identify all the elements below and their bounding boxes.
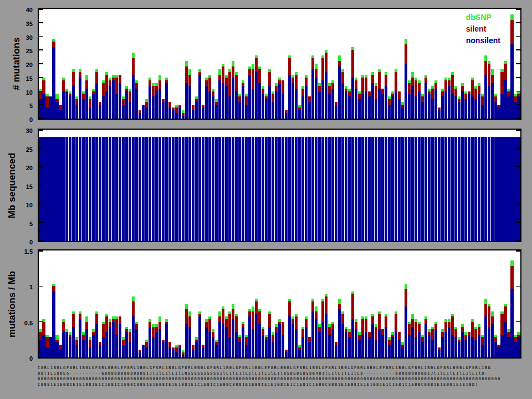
y-tick-label: 25	[26, 48, 33, 54]
y-tick-label: 0	[29, 355, 33, 362]
legend-item-silent: silent	[466, 23, 500, 35]
y-tick-label: 30	[26, 127, 33, 134]
x-axis-label-row: 0000000000000000000000000000000000000000…	[38, 376, 521, 382]
figure: # mutations 0510152025303540 dbSNP silen…	[0, 0, 532, 399]
x-axis-label-row: C8081E1E08IE1E1081E1C1E81C1E08C8081E1E08…	[38, 382, 521, 387]
y-tick-label: 0	[29, 116, 33, 123]
y-tick-label: 20	[26, 62, 33, 68]
y-axis-ticks-mb-sequenced: 051015202530	[0, 130, 35, 241]
bar-chart-mutation-rate	[39, 250, 520, 357]
legend-item-dbsnp: dbSNP	[466, 12, 500, 23]
y-tick-label: 5	[29, 221, 33, 227]
y-tick-label: 0	[29, 239, 33, 245]
y-tick-label: 10	[26, 202, 33, 208]
y-tick-label: 1.5	[24, 248, 33, 255]
y-tick-label: 5	[29, 103, 33, 109]
bar-chart-mutations	[39, 9, 520, 119]
x-axis-label-row: C8RL1B0LGF8RL1B0LGF8RL0B0LEF8RL1B0LGFSRL…	[38, 365, 521, 371]
y-tick-label: 30	[26, 34, 33, 41]
plot-area-mutation-rate	[38, 249, 521, 359]
y-tick-label: 15	[26, 183, 33, 190]
x-axis-sample-labels: C8RL1B0LGF8RL1B0LGF8RL0B0LEF8RL1B0LGFSRL…	[38, 365, 521, 394]
x-axis-label-row: 08l1L180E5----------680808080808081Jl1lL…	[38, 371, 521, 376]
legend-item-nonsilent: nonsilent	[466, 35, 500, 47]
y-axis-ticks-mutations: 0510152025303540	[0, 9, 35, 119]
y-tick-label: 0.5	[24, 320, 33, 326]
panel-mutation-rate: mutations / Mb 00.511.5	[0, 249, 532, 359]
y-tick-label: 35	[26, 21, 33, 27]
legend: dbSNP silent nonsilent	[466, 12, 500, 47]
bar-chart-mb-sequenced	[39, 130, 520, 241]
y-tick-label: 15	[26, 75, 33, 82]
panel-mb-sequenced: Mb sequenced 051015202530	[0, 129, 532, 242]
y-tick-label: 25	[26, 146, 33, 153]
y-tick-label: 10	[26, 89, 33, 96]
y-tick-label: 20	[26, 165, 33, 171]
plot-area-mb-sequenced	[38, 129, 521, 242]
y-tick-label: 40	[26, 7, 33, 13]
y-tick-label: 1	[29, 284, 33, 290]
y-axis-ticks-mutation-rate: 00.511.5	[0, 250, 35, 357]
plot-area-mutations: dbSNP silent nonsilent	[38, 8, 521, 120]
panel-mutations: # mutations 0510152025303540 dbSNP silen…	[0, 8, 532, 120]
